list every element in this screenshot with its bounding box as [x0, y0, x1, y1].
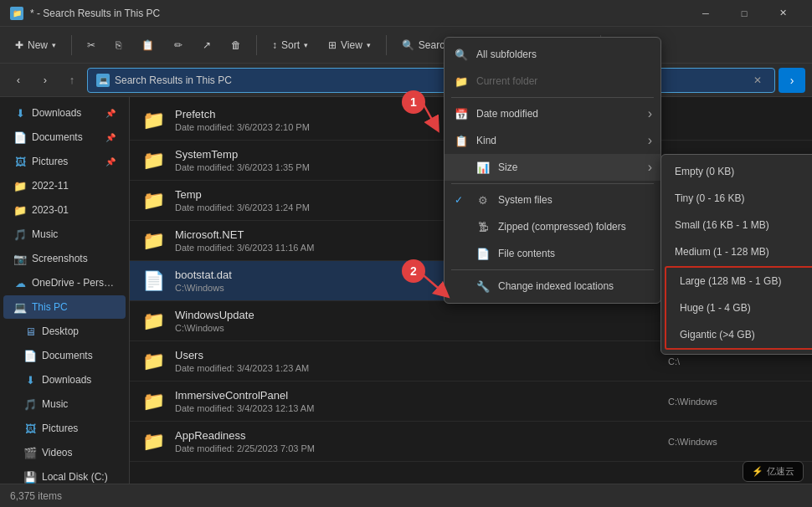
videos-icon: 🎬 [23, 446, 37, 459]
local-disk-icon: 💾 [23, 470, 37, 484]
cut-icon: ✂ [87, 39, 95, 51]
file-meta: C:\Windows [175, 323, 609, 333]
sidebar-item-downloads-pc[interactable]: ⬇ Downloads [3, 368, 126, 392]
rename-button[interactable]: ✏ [166, 32, 191, 59]
downloads-pc-icon: ⬇ [23, 373, 37, 387]
sidebar-item-screenshots[interactable]: 📷 Screenshots [3, 247, 126, 270]
title-bar-left: 📁 * - Search Results in This PC [10, 7, 160, 20]
copy-button[interactable]: ⎘ [107, 32, 130, 59]
toolbar: ✚ New ▾ ✂ ⎘ 📋 ✏ ↗ 🗑 ↕ Sort ▾ ⊞ [0, 27, 812, 64]
folder-icon: 📁 [140, 348, 167, 375]
address-bar-row: ‹ › ↑ 💻 Search Results in This PC ✕ › [0, 64, 812, 97]
address-icon: 💻 [96, 74, 110, 87]
delete-icon: 🗑 [231, 39, 241, 51]
file-name: Users [175, 349, 660, 361]
music-icon: 🎵 [13, 228, 27, 241]
sidebar-item-downloads-pinned[interactable]: ⬇ Downloads 📌 [3, 101, 126, 125]
close-search-button[interactable]: ✕ Close search [506, 32, 594, 59]
file-dat-icon: 📄 [140, 268, 167, 294]
separator-3 [386, 35, 387, 55]
file-meta: C:\Windows [175, 283, 660, 293]
file-item-appreadiness[interactable]: 📁 AppReadiness Date modified: 2/25/2023 … [130, 422, 812, 462]
sidebar-item-local-disk[interactable]: 💾 Local Disk (C:) [3, 465, 126, 484]
onedrive-icon: ☁ [13, 276, 27, 289]
file-item-temp[interactable]: 📁 Temp Date modified: 3/6/2023 1:24 PM [130, 181, 812, 221]
back-button[interactable]: ‹ [7, 69, 30, 92]
pictures-pc-icon: 🖼 [23, 422, 37, 435]
sidebar-item-documents-pc[interactable]: 📄 Documents [3, 344, 126, 367]
address-clear-button[interactable]: ✕ [749, 72, 766, 89]
folder-icon: 📁 [140, 228, 167, 254]
file-name: WindowsUpdate [175, 309, 609, 321]
file-item-windowsupdate[interactable]: 📁 WindowsUpdate C:\Windows Date modified… [130, 301, 812, 341]
file-name: Temp [175, 188, 802, 201]
folder-icon: 📁 [140, 107, 167, 134]
separator-4 [600, 35, 601, 55]
sidebar-item-music[interactable]: 🎵 Music [3, 223, 126, 246]
new-button[interactable]: ✚ New ▾ [7, 32, 64, 59]
sidebar-item-desktop[interactable]: 🖥 Desktop [3, 320, 126, 343]
sidebar-item-onedrive[interactable]: ☁ OneDrive - Perso... [3, 271, 126, 294]
file-name: SystemTemp [175, 148, 802, 161]
address-box[interactable]: 💻 Search Results in This PC ✕ [87, 68, 775, 93]
sidebar-item-pictures-pc[interactable]: 🖼 Pictures [3, 417, 126, 440]
sidebar-item-this-pc[interactable]: 💻 This PC [3, 295, 126, 319]
pin-icon: 📌 [105, 109, 116, 118]
file-location: C:\Windows [668, 437, 802, 447]
file-item-users[interactable]: 📁 Users Date modified: 3/4/2023 1:23 AM … [130, 341, 812, 382]
file-name: ImmersiveControlPanel [175, 389, 660, 402]
item-count: 6,375 items [10, 490, 62, 502]
screenshots-icon: 📷 [13, 252, 27, 265]
downloads-icon: ⬇ [13, 106, 27, 120]
delete-button[interactable]: 🗑 [223, 32, 249, 59]
status-bar: 6,375 items [0, 484, 812, 507]
sidebar-item-2022-11[interactable]: 📁 2022-11 [3, 174, 126, 197]
separator-2 [256, 35, 257, 55]
cut-button[interactable]: ✂ [79, 32, 104, 59]
folder-icon: 📁 [140, 428, 167, 455]
file-item-immersive[interactable]: 📁 ImmersiveControlPanel Date modified: 3… [130, 382, 812, 422]
share-button[interactable]: ↗ [194, 32, 219, 59]
search-options-dropdown-icon: ▾ [490, 41, 494, 49]
title-bar: 📁 * - Search Results in This PC ─ □ ✕ [0, 0, 812, 27]
file-name: AppReadiness [175, 429, 660, 442]
app-icon: 📁 [10, 7, 23, 20]
sidebar-item-documents-pinned[interactable]: 📄 Documents 📌 [3, 125, 126, 149]
file-item-prefetch[interactable]: 📁 Prefetch Date modified: 3/6/2023 2:10 … [130, 100, 812, 141]
app-window: 📁 * - Search Results in This PC ─ □ ✕ ✚ … [0, 0, 812, 507]
file-name: Prefetch [175, 108, 802, 120]
close-button[interactable]: ✕ [763, 0, 802, 27]
file-item-systemtemp[interactable]: 📁 SystemTemp Date modified: 3/6/2023 1:3… [130, 141, 812, 181]
sort-button[interactable]: ↕ Sort ▾ [264, 32, 316, 59]
file-details: WindowsUpdate C:\Windows [175, 309, 609, 333]
folder-icon: 📁 [140, 147, 167, 174]
file-details: AppReadiness Date modified: 2/25/2023 7:… [175, 429, 660, 453]
file-item-microsoft-net[interactable]: 📁 Microsoft.NET Date modified: 3/6/2023 … [130, 221, 812, 261]
sidebar-item-pictures-pinned[interactable]: 🖼 Pictures 📌 [3, 150, 126, 173]
sidebar-item-music-pc[interactable]: 🎵 Music [3, 392, 126, 416]
address-text: Search Results in This PC [115, 74, 232, 86]
paste-button[interactable]: 📋 [133, 32, 162, 59]
pictures-icon: 🖼 [13, 155, 27, 168]
sidebar-item-2023-01[interactable]: 📁 2023-01 [3, 198, 126, 222]
forward-button[interactable]: › [33, 69, 57, 92]
documents-pc-icon: 📄 [23, 349, 37, 362]
file-location: T [668, 276, 802, 286]
maximize-button[interactable]: □ [725, 0, 763, 27]
file-list: 📁 Prefetch Date modified: 3/6/2023 2:10 … [130, 97, 812, 484]
watermark-logo: ⚡ [752, 466, 763, 477]
more-options-button[interactable]: ••• [608, 33, 631, 57]
view-button[interactable]: ⊞ View ▾ [320, 32, 379, 59]
sidebar-item-videos[interactable]: 🎬 Videos [3, 441, 126, 464]
file-item-bootstat[interactable]: 📄 bootstat.dat C:\Windows T [130, 261, 812, 301]
music-pc-icon: 🎵 [23, 397, 37, 411]
up-button[interactable]: ↑ [60, 69, 84, 92]
search-options-button[interactable]: 🔍 Search options ▾ [393, 32, 502, 59]
documents-icon: 📄 [13, 131, 27, 144]
file-details: Users Date modified: 3/4/2023 1:23 AM [175, 349, 660, 373]
minimize-button[interactable]: ─ [686, 0, 725, 27]
file-details: Temp Date modified: 3/6/2023 1:24 PM [175, 188, 802, 213]
search-go-button[interactable]: › [779, 68, 805, 93]
file-details: SystemTemp Date modified: 3/6/2023 1:35 … [175, 148, 802, 172]
main-content: ⬇ Downloads 📌 📄 Documents 📌 🖼 Pictures 📌… [0, 97, 812, 484]
